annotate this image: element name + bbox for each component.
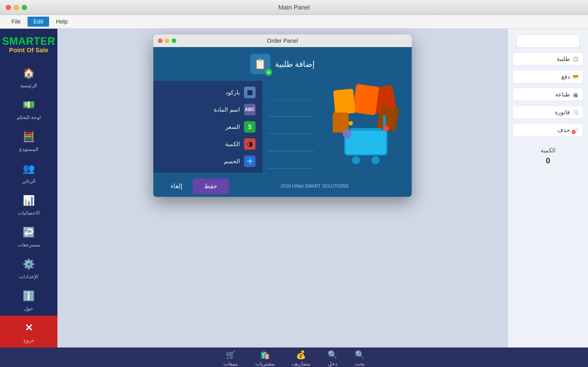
tab-expenses[interactable]: 💰 مصاريف (292, 350, 310, 367)
tab-income-label: دخل (328, 361, 337, 367)
dialog-form-panel: باركود ▦ اسم المادة ABC ال (153, 81, 262, 173)
tab-search[interactable]: 🔍 بحث (355, 350, 365, 367)
btn-order[interactable]: طلبية 📋 (512, 52, 583, 65)
bottom-bar: 🛒 مبيعات 🛍️ مشتريات 💰 مصاريف 🔍 دخل 🔍 بحث… (0, 347, 588, 367)
discount-icon: 💠 (244, 156, 256, 167)
search-box[interactable]: ⊞ (517, 34, 580, 48)
btn-pay[interactable]: دفع 💳 (512, 70, 583, 83)
customers-icon: 👥 (21, 160, 37, 176)
tab-sales-label: مبيعات (223, 361, 238, 367)
tab-search-label: بحث (355, 361, 365, 367)
home-icon: 🏠 (21, 65, 37, 81)
dialog-header: 📋 + إضافة طلبية (153, 47, 412, 81)
btn-delete[interactable]: حذف 📄✕ (512, 123, 583, 137)
input-row-qty[interactable] (268, 137, 314, 151)
input-row-name[interactable] (268, 102, 314, 117)
order-btn-label: طلبية (557, 55, 570, 62)
bottom-tabs: 🛒 مبيعات 🛍️ مشتريات 💰 مصاريف 🔍 دخل 🔍 بحث (0, 350, 588, 367)
sidebar-item-customers[interactable]: 👥 الزبائن (0, 156, 57, 188)
qty-section: الكمية 0 (541, 147, 556, 165)
bag-3 (333, 89, 355, 115)
input-row-barcode[interactable] (268, 85, 314, 100)
item-ball-3 (349, 121, 353, 125)
price-icon: $ (244, 121, 256, 133)
menu-edit[interactable]: Edit (28, 17, 49, 27)
input-barcode[interactable] (268, 85, 314, 99)
traffic-lights (6, 5, 27, 10)
sidebar-item-dashboard[interactable]: 💵 لوحة التحكم (0, 93, 57, 125)
dialog-title: Order Panel (267, 38, 298, 44)
menu-help[interactable]: Help (50, 17, 74, 27)
sidebar-label-dashboard: لوحة التحكم (17, 114, 41, 121)
dialog-header-title: إضافة طلبية (275, 59, 315, 69)
dialog-image-area (320, 81, 412, 173)
item-ball-1 (343, 130, 351, 138)
invoice-icon: 🗒️ (573, 110, 579, 115)
cart-wheel-right (372, 156, 380, 164)
dialog-input-area (262, 81, 320, 173)
about-icon: ℹ️ (21, 288, 37, 304)
order-dialog: Order Panel 📋 + إضافة طلبية باركود (153, 34, 412, 197)
sidebar-label-exit: خروج (23, 337, 34, 343)
btn-print[interactable]: طباعة 🖨️ (512, 88, 583, 101)
barcode-icon: ▦ (244, 87, 256, 98)
sidebar-label-about: حول (24, 306, 33, 312)
print-icon: 🖨️ (573, 92, 579, 97)
dialog-main: باركود ▦ اسم المادة ABC ال (153, 81, 412, 173)
search-input[interactable] (517, 38, 580, 44)
sidebar-label-stats: الاحصائيات (18, 210, 40, 216)
tab-purchases-label: مشتريات (255, 361, 275, 367)
delete-icon: 📄✕ (573, 127, 579, 133)
tab-purchases[interactable]: 🛍️ مشتريات (255, 350, 275, 367)
maximize-button[interactable] (22, 5, 27, 10)
returns-icon: ↩️ (21, 224, 37, 240)
income-icon: 🔍 (328, 350, 338, 360)
print-btn-label: طباعة (555, 91, 570, 98)
input-price[interactable] (268, 120, 314, 134)
field-name: اسم المادة ABC (160, 104, 256, 115)
main-row: SMARTER Point Of Sale 🏠 الرئيسية 💵 لوحة … (0, 29, 588, 347)
add-order-icon: 📋 + (250, 54, 270, 74)
cancel-button[interactable]: إلغاء (165, 178, 188, 194)
sidebar-item-exit[interactable]: ✕ خروج (0, 316, 57, 347)
shopping-illustration (331, 84, 400, 170)
menu-bar: File Edit Help (0, 15, 588, 29)
close-button[interactable] (6, 5, 11, 10)
tab-sales[interactable]: 🛒 مبيعات (223, 350, 238, 367)
input-qty[interactable] (268, 137, 314, 151)
cart-wheel-left (352, 156, 360, 164)
sidebar-label-inventory: المستودع (19, 146, 38, 152)
dialog-copyright: 2018 HiNet SMART SOLUTIONS (229, 184, 400, 189)
sidebar-item-about[interactable]: ℹ️ حول (0, 284, 57, 316)
pay-btn-label: دفع (561, 73, 570, 80)
dialog-traffic-lights (158, 38, 176, 43)
logo-pos: Point Of Sale (2, 46, 55, 54)
sidebar-item-returns[interactable]: ↩️ مسترجعات (0, 220, 57, 252)
minimize-button[interactable] (14, 5, 19, 10)
cart-handle (350, 128, 382, 131)
save-button[interactable]: حفظ (193, 178, 229, 194)
sidebar-item-home[interactable]: 🏠 الرئيسية (0, 61, 57, 93)
content-area: Order Panel 📋 + إضافة طلبية باركود (57, 29, 508, 347)
sidebar-item-inventory[interactable]: 🧮 المستودع (0, 125, 57, 156)
sidebar-label-settings: الإعدادات (19, 274, 38, 280)
tab-expenses-label: مصاريف (292, 361, 310, 367)
sidebar-item-settings[interactable]: ⚙️ الإعدادات (0, 252, 57, 284)
input-discount[interactable] (268, 154, 314, 168)
input-row-price[interactable] (268, 120, 314, 134)
tab-income[interactable]: 🔍 دخل (328, 350, 338, 367)
field-price: السعر $ (160, 121, 256, 133)
btn-invoice[interactable]: فاتورة 🗒️ (512, 106, 583, 119)
sidebar: SMARTER Point Of Sale 🏠 الرئيسية 💵 لوحة … (0, 29, 57, 347)
field-discount: الحسم 💠 (160, 156, 256, 167)
menu-file[interactable]: File (6, 17, 26, 27)
dialog-maximize-button[interactable] (172, 38, 176, 43)
dialog-minimize-button[interactable] (165, 38, 169, 43)
delete-btn-label: حذف (557, 127, 570, 133)
input-name[interactable] (268, 102, 314, 116)
dialog-titlebar: Order Panel (153, 34, 412, 47)
input-row-discount[interactable] (268, 154, 314, 168)
dialog-close-button[interactable] (158, 38, 163, 43)
sales-icon: 🛒 (226, 350, 236, 360)
sidebar-item-stats[interactable]: 📊 الاحصائيات (0, 188, 57, 220)
